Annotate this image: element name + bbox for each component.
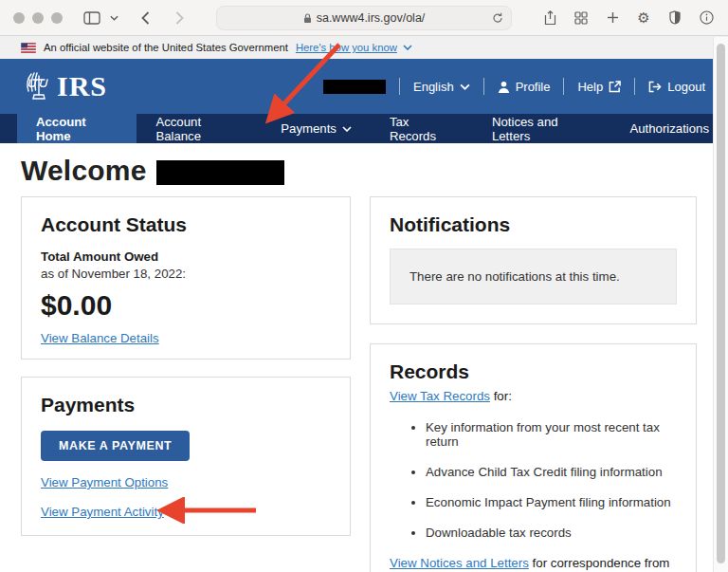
records-bullet: Key information from your most recent ta… [426,420,677,449]
amount-owed-value: $0.00 [41,289,331,322]
sidebar-toggle-icon[interactable] [80,6,104,30]
minimize-window-button[interactable] [32,12,44,24]
total-owed-label: Total Amount Owed [41,249,331,264]
scrollbar-thumb[interactable] [717,44,725,563]
gov-banner: An official website of the United States… [0,36,728,59]
payments-title: Payments [41,394,331,416]
chevron-down-icon[interactable] [403,45,412,50]
help-button[interactable]: Help [577,80,621,94]
records-bullet-list: Key information from your most recent ta… [426,420,677,540]
zoom-window-button[interactable] [51,12,63,24]
forward-button-icon[interactable] [167,6,191,30]
chevron-down-icon [342,126,352,132]
records-bullet: Economic Impact Payment filing informati… [426,495,677,509]
irs-wordmark: IRS [57,72,107,101]
close-window-button[interactable] [13,12,25,24]
records-card: Records View Tax Records for: Key inform… [370,343,697,572]
nav-notices-letters[interactable]: Notices and Letters [473,114,610,143]
site-header: IRS English Profile Help Logout [0,59,728,114]
records-title: Records [390,360,677,383]
nav-authorizations[interactable]: Authorizations [610,114,728,143]
logout-icon [648,81,662,93]
view-payment-options-link[interactable]: View Payment Options [41,475,331,489]
view-payment-activity-link[interactable]: View Payment Activity [41,505,331,519]
nav-tax-records[interactable]: Tax Records [371,114,473,143]
nav-payments[interactable]: Payments [262,114,371,143]
irs-logo[interactable]: IRS [23,70,107,102]
url-text: sa.www4.irs.gov/ola/ [317,11,426,25]
page-title: Welcome [21,155,147,187]
us-flag-icon [21,43,36,53]
logout-button[interactable]: Logout [648,80,705,94]
tab-overview-icon[interactable] [569,6,593,30]
records-bullet: Downloadable tax records [426,526,677,540]
how-you-know-link[interactable]: Here's how you know [296,42,397,53]
lock-icon [303,13,312,24]
new-tab-icon[interactable] [600,6,625,30]
make-a-payment-button[interactable]: MAKE A PAYMENT [41,431,190,461]
records-bullet: Advance Child Tax Credit filing informat… [426,465,677,479]
as-of-date: as of November 18, 2022: [41,267,331,281]
nav-account-home[interactable]: Account Home [17,114,136,143]
notifications-title: Notifications [390,213,677,236]
redaction-welcome-name [156,160,284,185]
browser-toolbar: sa.www4.irs.gov/ola/ ⚙ [0,0,728,36]
notifications-empty-box: There are no notifications at this time. [390,249,677,304]
external-link-icon [609,81,621,93]
info-icon[interactable] [694,6,719,30]
view-balance-details-link[interactable]: View Balance Details [41,331,159,345]
nav-account-balance[interactable]: Account Balance [136,114,262,143]
reload-icon[interactable] [492,12,503,24]
privacy-shield-icon[interactable] [663,6,687,30]
account-status-card: Account Status Total Amount Owed as of N… [21,196,351,360]
chevron-down-icon [460,83,470,90]
page-scrollbar[interactable] [713,37,728,572]
page-content: Welcome Account Status Total Amount Owed… [0,143,728,572]
gov-banner-text: An official website of the United States… [44,42,288,53]
settings-gear-icon[interactable]: ⚙ [631,6,656,30]
notifications-empty-message: There are no notifications at this time. [410,269,620,284]
welcome-heading: Welcome [0,143,728,191]
back-button-icon[interactable] [133,6,157,30]
payments-card: Payments MAKE A PAYMENT View Payment Opt… [21,377,351,536]
address-bar[interactable]: sa.www4.irs.gov/ola/ [216,6,512,30]
profile-button[interactable]: Profile [498,80,551,94]
share-icon[interactable] [537,6,562,30]
redaction-user-name [323,80,386,94]
sidebar-chevron-icon[interactable] [106,6,121,30]
tax-records-suffix: for: [490,389,512,403]
language-selector[interactable]: English [413,80,470,94]
window-controls[interactable] [13,12,63,24]
main-nav: Account Home Account Balance Payments Ta… [0,114,728,143]
notifications-card: Notifications There are no notifications… [370,196,697,324]
person-icon [498,81,510,93]
view-notices-letters-link[interactable]: View Notices and Letters [390,556,529,570]
view-tax-records-link[interactable]: View Tax Records [390,389,490,403]
irs-eagle-icon [23,70,55,102]
account-status-title: Account Status [41,213,331,236]
